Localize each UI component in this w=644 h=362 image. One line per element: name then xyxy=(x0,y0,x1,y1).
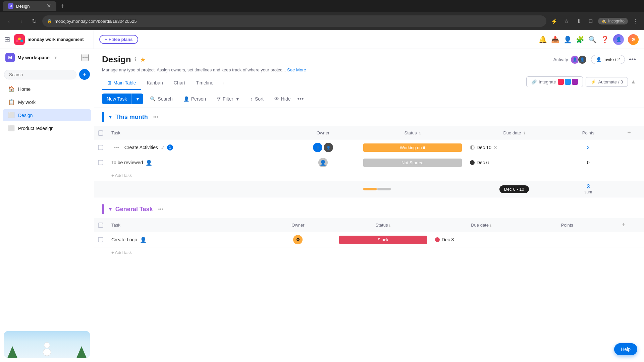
collapse-button[interactable]: ▲ xyxy=(631,79,636,85)
row1-extra-cell xyxy=(614,140,644,155)
sort-toolbar-icon: ↕ xyxy=(251,96,253,102)
gen-due-info-icon[interactable]: ℹ xyxy=(490,223,491,227)
sidebar-item-product-redesign[interactable]: ⬜ Product redesign xyxy=(3,122,91,134)
group-options-general[interactable]: ••• xyxy=(158,206,163,212)
gen-row1-person-icon[interactable]: 👤 xyxy=(140,237,147,243)
profile-icon[interactable]: □ xyxy=(586,16,595,26)
sidebar-item-design[interactable]: ⬜ Design xyxy=(3,109,91,121)
back-button[interactable]: ‹ xyxy=(4,16,13,26)
gen-header-checkbox[interactable] xyxy=(98,223,103,228)
workspace-more-button[interactable]: ••• xyxy=(82,54,89,61)
help-button-top[interactable]: ❓ xyxy=(601,36,609,44)
address-bar[interactable]: 🔒 moodjoy.monday.com/boards/1830420525 xyxy=(42,15,546,27)
sidebar-search-input[interactable] xyxy=(4,70,76,79)
row1-update-badge[interactable]: 1 xyxy=(167,144,173,150)
browser-toolbar: ‹ › ↻ 🔒 moodjoy.monday.com/boards/183042… xyxy=(0,12,644,30)
reload-button[interactable]: ↻ xyxy=(30,16,39,26)
project-more-options-button[interactable]: ••• xyxy=(629,56,636,63)
group-title-this-month[interactable]: This month xyxy=(115,114,148,121)
row1-status-cell[interactable]: Working on it xyxy=(359,140,466,155)
gen-row1-status-badge[interactable]: Stuck xyxy=(339,236,427,244)
tab-main-table[interactable]: ⊞ Main Table xyxy=(102,77,141,90)
add-column-icon[interactable]: + xyxy=(627,129,631,136)
tab-title: Design xyxy=(16,4,30,9)
gen-header-add-col[interactable]: + xyxy=(603,218,644,232)
search-button[interactable]: 🔍 xyxy=(588,36,597,44)
tab-chart[interactable]: Chart xyxy=(168,77,191,90)
sidebar-add-button[interactable]: + xyxy=(79,69,90,80)
gen-add-task-label-cell[interactable]: + Add task xyxy=(107,247,261,258)
toolbar-more-button[interactable]: ••• xyxy=(297,96,304,103)
more-menu-icon[interactable]: ⋮ xyxy=(631,16,640,26)
project-info-icon[interactable]: ℹ xyxy=(135,56,137,63)
group-options-this-month[interactable]: ••• xyxy=(153,114,158,120)
gen-row1-status-cell[interactable]: Stuck xyxy=(335,232,431,247)
waffle-menu-button[interactable]: ⊞ xyxy=(4,35,10,44)
person-toolbar-button[interactable]: 👤 Person xyxy=(179,94,210,104)
sort-toolbar-button[interactable]: ↕ Sort xyxy=(247,94,268,104)
add-tab-button[interactable]: + xyxy=(219,77,227,89)
invite-people-button[interactable]: 👤 xyxy=(564,36,572,44)
row1-owner-avatar-2[interactable]: 👤 xyxy=(324,143,333,152)
search-toolbar-button[interactable]: 🔍 Search xyxy=(146,94,176,104)
tab-close-button[interactable]: ✕ xyxy=(47,3,51,9)
sidebar-item-mywork[interactable]: 📋 My work xyxy=(3,96,91,108)
row2-person-icon[interactable]: 👤 xyxy=(146,160,152,166)
general-add-task-row[interactable]: + Add task xyxy=(94,247,644,258)
gen-status-info-icon[interactable]: ℹ xyxy=(389,223,390,227)
header-checkbox[interactable] xyxy=(98,130,103,136)
hide-toolbar-button[interactable]: 👁 Hide xyxy=(270,94,295,104)
project-star-icon[interactable]: ★ xyxy=(140,56,146,64)
group-chevron-this-month[interactable]: ▼ xyxy=(108,114,113,120)
row1-options-icon[interactable]: ••• xyxy=(111,145,122,150)
sidebar-item-home[interactable]: 🏠 Home xyxy=(3,83,91,95)
tab-kanban[interactable]: Kanban xyxy=(141,77,168,90)
see-more-link[interactable]: See More xyxy=(287,67,306,72)
row1-date-clear-icon[interactable]: ✕ xyxy=(493,145,497,150)
row1-owner-avatar-1[interactable]: 👤 xyxy=(313,143,322,152)
new-tab-button[interactable]: + xyxy=(58,2,67,10)
this-month-add-task-row[interactable]: + Add task xyxy=(94,170,644,181)
new-task-button[interactable]: New Task ▼ xyxy=(102,94,143,104)
apps-marketplace-button[interactable]: 🧩 xyxy=(576,36,584,44)
gen-row1-checkbox[interactable] xyxy=(98,237,103,242)
download-icon[interactable]: ⬇ xyxy=(574,16,583,26)
add-task-label-cell[interactable]: + Add task xyxy=(107,170,287,181)
group-chevron-general[interactable]: ▼ xyxy=(108,206,113,212)
row2-owner-avatar[interactable]: 👤 xyxy=(318,158,328,167)
row2-checkbox[interactable] xyxy=(98,160,103,165)
user-avatar[interactable]: 👤 xyxy=(613,34,624,45)
header-add-col[interactable]: + xyxy=(614,126,644,140)
browser-tab-design[interactable]: M Design ✕ xyxy=(3,1,56,11)
filter-toolbar-button[interactable]: ⧩ Filter ▼ xyxy=(213,94,244,104)
group-title-general[interactable]: General Task xyxy=(115,206,153,213)
row1-checkmark-icon[interactable]: ✓ xyxy=(161,144,165,151)
row1-points-value: 3 xyxy=(587,145,590,150)
row1-status-badge[interactable]: Working on it xyxy=(363,143,462,152)
tab-timeline[interactable]: Timeline xyxy=(191,77,219,90)
help-floating-button[interactable]: Help xyxy=(614,343,637,355)
inbox-button[interactable]: 📥 xyxy=(551,36,559,44)
bookmark-icon[interactable]: ☆ xyxy=(562,16,571,26)
automate-button[interactable]: ⚡ Automate / 3 xyxy=(586,77,628,87)
gen-add-col-icon[interactable]: + xyxy=(622,222,625,228)
integrate-label: Integrate xyxy=(539,79,556,84)
due-date-info-icon[interactable]: ℹ xyxy=(524,131,525,135)
see-plans-button[interactable]: + + See plans xyxy=(99,35,138,44)
integrate-button[interactable]: 🔗 Integrate xyxy=(526,76,583,87)
extensions-icon[interactable]: ⚡ xyxy=(550,16,559,26)
settings-icon[interactable]: ⚙ xyxy=(628,34,639,45)
row1-checkbox[interactable] xyxy=(98,145,103,150)
gen-row1-owner-avatar[interactable]: ⚙ xyxy=(293,235,303,244)
invite-button[interactable]: 👤 Invite / 2 xyxy=(591,55,625,64)
forward-button[interactable]: › xyxy=(17,16,26,26)
row2-task-name: To be reviewed xyxy=(111,160,143,165)
logo-text: monday work management xyxy=(28,37,84,42)
invite-label: Invite / 2 xyxy=(603,57,620,62)
row2-status-cell[interactable]: Not Started xyxy=(359,155,466,170)
row2-owner-cell: 👤 xyxy=(287,155,359,170)
row2-status-badge[interactable]: Not Started xyxy=(363,159,462,167)
new-task-chevron-icon[interactable]: ▼ xyxy=(131,94,143,104)
status-info-icon[interactable]: ℹ xyxy=(419,131,421,135)
notifications-button[interactable]: 🔔 xyxy=(539,36,547,44)
